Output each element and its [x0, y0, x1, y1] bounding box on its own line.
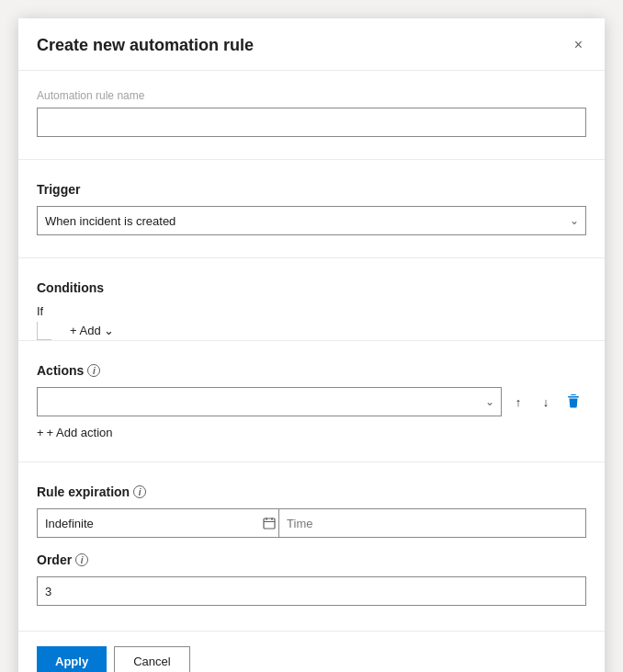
add-action-label: + Add action	[47, 426, 113, 439]
trigger-select[interactable]: When incident is created When incident i…	[37, 206, 586, 235]
order-label: Order	[37, 552, 72, 567]
close-button[interactable]: ×	[571, 33, 586, 57]
order-field-group: Order i	[37, 552, 586, 606]
rule-expiration-label-row: Rule expiration i	[37, 484, 586, 499]
tree-connector	[37, 322, 51, 340]
add-action-plus-icon: +	[37, 426, 44, 439]
divider-2	[18, 257, 605, 258]
expiration-date-wrapper	[37, 508, 279, 538]
add-condition-chevron-icon: ⌄	[104, 324, 114, 337]
add-condition-label: + Add	[70, 324, 101, 337]
order-info-icon[interactable]: i	[75, 553, 88, 566]
create-automation-rule-dialog: Create new automation rule × Automation …	[18, 18, 605, 672]
rule-expiration-field-group: Rule expiration i	[37, 484, 586, 538]
dialog-footer: Apply Cancel	[18, 631, 605, 672]
rule-name-field-group: Automation rule name	[37, 89, 586, 137]
actions-label: Actions	[37, 363, 84, 378]
actions-info-icon[interactable]: i	[87, 364, 100, 377]
expiration-time-input[interactable]	[279, 508, 586, 538]
calendar-icon-button[interactable]	[263, 517, 276, 530]
delete-icon	[567, 393, 580, 411]
if-label: If	[37, 304, 586, 318]
trigger-field-group: Trigger When incident is created When in…	[37, 182, 586, 235]
action-buttons-group: ↑ ↓	[505, 389, 586, 415]
actions-label-row: Actions i	[37, 363, 586, 378]
order-label-row: Order i	[37, 552, 586, 567]
divider-4	[18, 461, 605, 462]
conditions-section: Conditions If + Add ⌄	[37, 280, 586, 340]
rule-expiration-row	[37, 508, 586, 538]
divider-1	[18, 159, 605, 160]
trigger-dropdown-wrapper: When incident is created When incident i…	[37, 206, 586, 235]
svg-rect-1	[264, 518, 275, 529]
order-input[interactable]	[37, 576, 586, 606]
add-action-button[interactable]: + + Add action	[37, 426, 113, 439]
divider-3	[18, 340, 605, 341]
move-up-button[interactable]: ↑	[505, 389, 531, 415]
move-down-button[interactable]: ↓	[533, 389, 559, 415]
trigger-label: Trigger	[37, 182, 586, 197]
add-condition-button[interactable]: + Add ⌄	[70, 324, 114, 337]
actions-inner-dropdown: ⌄	[37, 387, 502, 416]
delete-action-button[interactable]	[561, 389, 586, 415]
conditions-tree-line: + Add ⌄	[37, 322, 586, 340]
dialog-header: Create new automation rule ×	[18, 18, 605, 70]
dialog-body: Automation rule name Trigger When incide…	[18, 71, 605, 631]
svg-rect-0	[568, 396, 579, 398]
expiration-date-input[interactable]	[37, 508, 279, 538]
apply-button[interactable]: Apply	[37, 646, 107, 672]
rule-name-label: Automation rule name	[37, 89, 586, 102]
actions-select[interactable]	[37, 387, 502, 416]
rule-name-input[interactable]	[37, 108, 586, 137]
move-up-icon: ↑	[515, 395, 522, 409]
cancel-button[interactable]: Cancel	[114, 646, 189, 672]
move-down-icon: ↓	[543, 395, 549, 409]
dialog-title: Create new automation rule	[37, 36, 254, 55]
actions-dropdown-wrapper: ⌄	[37, 387, 502, 416]
actions-field-group: Actions i ⌄ ↑ ↓	[37, 363, 586, 439]
actions-row: ⌄ ↑ ↓	[37, 387, 586, 416]
conditions-label: Conditions	[37, 280, 586, 295]
rule-expiration-label: Rule expiration	[37, 484, 130, 499]
add-condition-row: + Add ⌄	[70, 324, 114, 337]
rule-expiration-info-icon[interactable]: i	[133, 485, 146, 498]
